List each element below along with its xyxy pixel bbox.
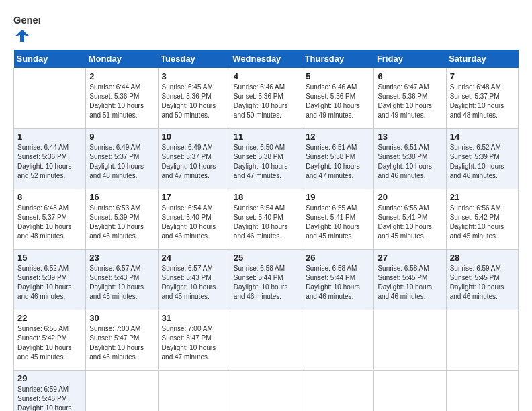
day-info: Sunrise: 6:46 AM Sunset: 5:36 PM Dayligh… [234, 83, 288, 119]
day-number: 23 [89, 253, 154, 263]
calendar-cell: 11Sunrise: 6:50 AM Sunset: 5:38 PM Dayli… [230, 129, 302, 189]
day-number: 11 [234, 132, 298, 142]
calendar-cell: 3Sunrise: 6:45 AM Sunset: 5:36 PM Daylig… [158, 68, 230, 129]
day-number: 14 [450, 132, 515, 142]
day-info: Sunrise: 6:58 AM Sunset: 5:44 PM Dayligh… [306, 265, 360, 300]
calendar-cell: 9Sunrise: 6:49 AM Sunset: 5:37 PM Daylig… [86, 129, 158, 189]
day-info: Sunrise: 6:56 AM Sunset: 5:42 PM Dayligh… [450, 204, 504, 240]
day-info: Sunrise: 6:59 AM Sunset: 5:45 PM Dayligh… [450, 265, 504, 300]
calendar-cell: 21Sunrise: 6:56 AM Sunset: 5:42 PM Dayli… [446, 189, 518, 250]
day-number: 1 [17, 132, 82, 142]
day-header-thursday: Thursday [302, 50, 374, 68]
logo-bird-icon [15, 28, 30, 43]
day-info: Sunrise: 7:00 AM Sunset: 5:47 PM Dayligh… [162, 325, 216, 361]
calendar-cell: 29Sunrise: 6:59 AM Sunset: 5:46 PM Dayli… [14, 371, 86, 412]
day-info: Sunrise: 6:44 AM Sunset: 5:36 PM Dayligh… [89, 83, 144, 119]
calendar-week-4: 15Sunrise: 6:52 AM Sunset: 5:39 PM Dayli… [14, 250, 519, 310]
calendar-cell: 12Sunrise: 6:51 AM Sunset: 5:38 PM Dayli… [302, 129, 374, 189]
day-number: 13 [378, 132, 442, 142]
day-info: Sunrise: 6:46 AM Sunset: 5:36 PM Dayligh… [306, 83, 360, 119]
day-info: Sunrise: 6:55 AM Sunset: 5:41 PM Dayligh… [306, 204, 360, 240]
calendar-cell [302, 371, 374, 412]
calendar-cell [446, 310, 518, 371]
calendar-cell: 16Sunrise: 6:53 AM Sunset: 5:39 PM Dayli… [86, 189, 158, 250]
calendar-cell: 23Sunrise: 6:57 AM Sunset: 5:43 PM Dayli… [86, 250, 158, 310]
day-header-monday: Monday [86, 50, 158, 68]
day-number: 15 [17, 253, 82, 263]
day-info: Sunrise: 6:53 AM Sunset: 5:39 PM Dayligh… [89, 204, 144, 240]
day-info: Sunrise: 6:55 AM Sunset: 5:41 PM Dayligh… [378, 204, 432, 240]
calendar-week-6: 29Sunrise: 6:59 AM Sunset: 5:46 PM Dayli… [14, 371, 519, 412]
calendar-cell: 19Sunrise: 6:55 AM Sunset: 5:41 PM Dayli… [302, 189, 374, 250]
day-number: 4 [234, 71, 298, 81]
calendar-cell: 10Sunrise: 6:49 AM Sunset: 5:37 PM Dayli… [158, 129, 230, 189]
day-header-friday: Friday [374, 50, 446, 68]
calendar-cell: 20Sunrise: 6:55 AM Sunset: 5:41 PM Dayli… [374, 189, 446, 250]
svg-text:General: General [13, 15, 40, 26]
day-info: Sunrise: 6:54 AM Sunset: 5:40 PM Dayligh… [162, 204, 216, 240]
day-info: Sunrise: 6:54 AM Sunset: 5:40 PM Dayligh… [234, 204, 288, 240]
day-number: 21 [450, 192, 515, 202]
day-info: Sunrise: 6:51 AM Sunset: 5:38 PM Dayligh… [378, 144, 432, 179]
day-number: 27 [378, 253, 442, 263]
calendar-cell [446, 371, 518, 412]
calendar-cell: 14Sunrise: 6:52 AM Sunset: 5:39 PM Dayli… [446, 129, 518, 189]
day-info: Sunrise: 6:56 AM Sunset: 5:42 PM Dayligh… [17, 325, 72, 361]
calendar-cell [230, 371, 302, 412]
calendar-cell: 28Sunrise: 6:59 AM Sunset: 5:45 PM Dayli… [446, 250, 518, 310]
day-number: 30 [89, 313, 154, 323]
day-info: Sunrise: 6:58 AM Sunset: 5:44 PM Dayligh… [234, 265, 288, 300]
calendar-cell: 13Sunrise: 6:51 AM Sunset: 5:38 PM Dayli… [374, 129, 446, 189]
day-info: Sunrise: 6:57 AM Sunset: 5:43 PM Dayligh… [89, 265, 144, 300]
logo-svg: General [13, 13, 40, 27]
day-header-tuesday: Tuesday [158, 50, 230, 68]
day-info: Sunrise: 6:48 AM Sunset: 5:37 PM Dayligh… [450, 83, 504, 119]
calendar-cell: 17Sunrise: 6:54 AM Sunset: 5:40 PM Dayli… [158, 189, 230, 250]
calendar-cell: 25Sunrise: 6:58 AM Sunset: 5:44 PM Dayli… [230, 250, 302, 310]
day-number: 25 [234, 253, 298, 263]
day-number: 24 [162, 253, 226, 263]
calendar-cell: 22Sunrise: 6:56 AM Sunset: 5:42 PM Dayli… [14, 310, 86, 371]
days-header-row: SundayMondayTuesdayWednesdayThursdayFrid… [14, 50, 519, 68]
day-header-saturday: Saturday [446, 50, 518, 68]
calendar-cell [158, 371, 230, 412]
calendar-cell: 6Sunrise: 6:47 AM Sunset: 5:36 PM Daylig… [374, 68, 446, 129]
calendar-cell [230, 310, 302, 371]
calendar-cell: 30Sunrise: 7:00 AM Sunset: 5:47 PM Dayli… [86, 310, 158, 371]
day-number: 29 [17, 373, 82, 383]
day-number: 7 [450, 71, 515, 81]
day-header-sunday: Sunday [14, 50, 86, 68]
day-number: 28 [450, 253, 515, 263]
day-info: Sunrise: 6:44 AM Sunset: 5:36 PM Dayligh… [17, 144, 72, 179]
calendar-cell: 7Sunrise: 6:48 AM Sunset: 5:37 PM Daylig… [446, 68, 518, 129]
day-info: Sunrise: 6:45 AM Sunset: 5:36 PM Dayligh… [162, 83, 216, 119]
day-number: 12 [306, 132, 370, 142]
logo: General [13, 13, 40, 43]
calendar-cell [374, 371, 446, 412]
day-info: Sunrise: 7:00 AM Sunset: 5:47 PM Dayligh… [89, 325, 144, 361]
day-info: Sunrise: 6:51 AM Sunset: 5:38 PM Dayligh… [306, 144, 360, 179]
day-number: 31 [162, 313, 226, 323]
calendar-cell: 5Sunrise: 6:46 AM Sunset: 5:36 PM Daylig… [302, 68, 374, 129]
day-number: 9 [89, 132, 154, 142]
day-number: 5 [306, 71, 370, 81]
calendar-table: SundayMondayTuesdayWednesdayThursdayFrid… [13, 50, 519, 411]
day-number: 16 [89, 192, 154, 202]
day-number: 8 [17, 192, 82, 202]
calendar-cell: 31Sunrise: 7:00 AM Sunset: 5:47 PM Dayli… [158, 310, 230, 371]
day-info: Sunrise: 6:52 AM Sunset: 5:39 PM Dayligh… [450, 144, 504, 179]
calendar-cell: 24Sunrise: 6:57 AM Sunset: 5:43 PM Dayli… [158, 250, 230, 310]
day-info: Sunrise: 6:49 AM Sunset: 5:37 PM Dayligh… [162, 144, 216, 179]
calendar-cell [86, 371, 158, 412]
calendar-cell: 18Sunrise: 6:54 AM Sunset: 5:40 PM Dayli… [230, 189, 302, 250]
calendar-cell: 15Sunrise: 6:52 AM Sunset: 5:39 PM Dayli… [14, 250, 86, 310]
day-info: Sunrise: 6:52 AM Sunset: 5:39 PM Dayligh… [17, 265, 72, 300]
calendar-cell [302, 310, 374, 371]
calendar-cell: 8Sunrise: 6:48 AM Sunset: 5:37 PM Daylig… [14, 189, 86, 250]
calendar-cell [14, 68, 86, 129]
calendar-cell: 2Sunrise: 6:44 AM Sunset: 5:36 PM Daylig… [86, 68, 158, 129]
page-header: General [13, 13, 519, 43]
day-number: 3 [162, 71, 226, 81]
day-info: Sunrise: 6:49 AM Sunset: 5:37 PM Dayligh… [89, 144, 144, 179]
day-info: Sunrise: 6:50 AM Sunset: 5:38 PM Dayligh… [234, 144, 288, 179]
